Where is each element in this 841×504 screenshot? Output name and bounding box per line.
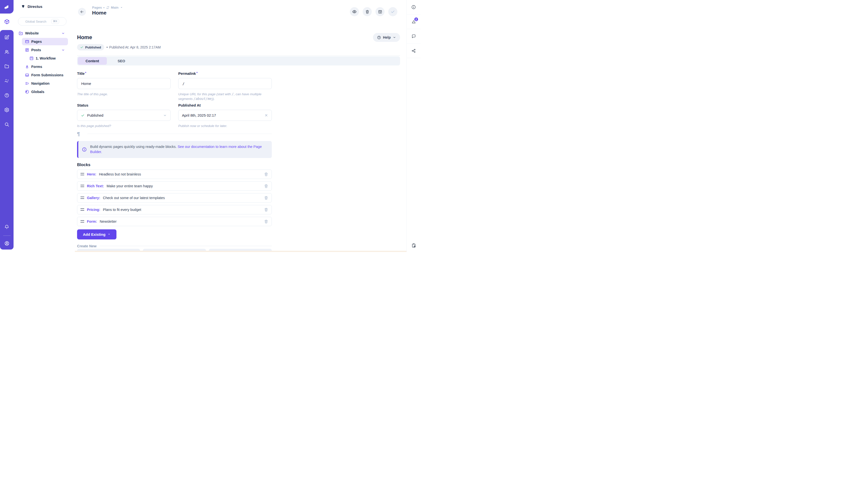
remove-block-button[interactable]	[264, 196, 268, 200]
meta-separator: •	[107, 45, 108, 49]
directus-app: Directus ⌘K Website Pages Posts	[0, 0, 420, 252]
bell-icon	[4, 224, 10, 229]
block-row-hero[interactable]: Hero: Headless but not brainless	[77, 169, 272, 179]
delete-button[interactable]	[363, 7, 372, 16]
module-file-library[interactable]	[0, 59, 14, 74]
letter-a-icon	[25, 65, 29, 69]
sidebar-item-navigation[interactable]: Navigation	[22, 80, 68, 87]
back-button[interactable]	[78, 8, 86, 16]
chevron-down-icon[interactable]	[61, 48, 65, 52]
sidebar-item-pages[interactable]: Pages	[22, 38, 68, 45]
drag-handle-icon[interactable]	[80, 197, 84, 199]
directus-logo[interactable]	[0, 0, 14, 14]
page-header: Pages • Main Home	[71, 0, 407, 24]
trash-icon	[264, 196, 268, 200]
live-preview-button[interactable]: 2	[407, 15, 421, 29]
breadcrumb-version[interactable]: Main	[111, 6, 119, 10]
status-select[interactable]: Published	[77, 110, 171, 121]
chevron-down-icon[interactable]	[61, 32, 65, 35]
field-note: Unique URL for this page (start with /, …	[178, 92, 272, 101]
preview-button[interactable]	[350, 7, 359, 16]
drag-handle-icon[interactable]	[80, 173, 84, 175]
published-at-input[interactable]: April 8th, 2025 02:17	[178, 110, 272, 121]
trash-icon	[264, 172, 268, 177]
title-input[interactable]	[77, 78, 171, 89]
help-button-label: Help	[383, 35, 391, 39]
folder-star-icon	[18, 31, 23, 36]
block-row-rich-text[interactable]: Rich Text: Make your entire team happy	[77, 181, 272, 191]
help-button[interactable]: Help	[373, 33, 400, 42]
revisions-button[interactable]	[407, 239, 421, 252]
remove-block-button[interactable]	[264, 219, 268, 224]
module-search[interactable]	[0, 117, 14, 132]
breadcrumb: Pages • Main Home	[92, 6, 123, 16]
block-row-form[interactable]: Form: Newsletter	[77, 217, 272, 226]
create-new-divider: Create New	[77, 244, 272, 248]
main-content: Pages • Main Home Home Help	[71, 0, 407, 252]
info-circle-icon	[82, 147, 87, 152]
question-circle-icon	[377, 35, 381, 40]
add-existing-button[interactable]: Add Existing	[77, 229, 117, 239]
published-meta-text: Published At: Apr 8, 2025 2:17AM	[109, 45, 161, 49]
module-content[interactable]	[0, 16, 14, 27]
check-icon	[80, 46, 84, 49]
block-row-gallery[interactable]: Gallery: Check out some of our latest te…	[77, 193, 272, 202]
notifications-button[interactable]	[0, 219, 14, 234]
tab-seo[interactable]: SEO	[107, 57, 136, 65]
field-label: Title*	[77, 71, 171, 75]
drag-handle-icon[interactable]	[80, 185, 84, 187]
article-icon	[25, 48, 29, 52]
sidebar-item-posts[interactable]: Posts	[22, 46, 68, 54]
module-user-directory[interactable]	[0, 44, 14, 59]
sidebar-item-label: Pages	[31, 40, 42, 43]
remove-block-button[interactable]	[264, 172, 268, 177]
sidebar-item-label: Globals	[31, 90, 44, 94]
module-content-editor[interactable]	[0, 30, 14, 44]
info-sidebar-button[interactable]	[407, 0, 421, 15]
status-select-value: Published	[87, 113, 103, 118]
caret-down-icon[interactable]	[120, 6, 123, 9]
tab-content[interactable]: Content	[78, 57, 107, 65]
sidebar-nav: Website Pages Posts 1. Workflow Forms	[14, 30, 71, 95]
divider	[77, 55, 400, 56]
sidebar-item-forms[interactable]: Forms	[22, 63, 68, 70]
pilcrow-icon: ¶	[77, 131, 80, 136]
drag-handle-icon[interactable]	[80, 220, 84, 222]
sidebar-item-form-submissions[interactable]: Form Submissions	[22, 71, 68, 79]
breadcrumb-row[interactable]: Pages • Main	[92, 6, 123, 10]
block-row-pricing[interactable]: Pricing: Plans to fit every budget	[77, 205, 272, 214]
sidebar: Directus ⌘K Website Pages Posts	[14, 0, 71, 252]
sidebar-item-globals[interactable]: Globals	[22, 88, 68, 95]
breadcrumb-separator: •	[103, 6, 105, 10]
drag-handle-icon[interactable]	[80, 209, 84, 211]
module-settings[interactable]	[0, 103, 14, 117]
archive-button[interactable]	[375, 7, 384, 16]
remove-block-button[interactable]	[264, 184, 268, 188]
project-fan-icon	[21, 4, 25, 8]
published-at-value: April 8th, 2025 02:17	[182, 113, 216, 118]
module-rail	[0, 0, 14, 252]
account-button[interactable]	[0, 237, 14, 250]
document-title: Home	[92, 10, 123, 16]
share-button[interactable]	[407, 43, 421, 58]
block-type: Gallery:	[87, 196, 100, 200]
field-published-at: Published At April 8th, 2025 02:17 Publi…	[178, 103, 272, 128]
version-sync-icon	[106, 6, 110, 10]
global-search[interactable]: ⌘K	[18, 17, 67, 25]
global-search-input[interactable]	[25, 20, 49, 23]
clear-icon[interactable]	[264, 113, 268, 117]
save-button[interactable]	[388, 7, 397, 16]
block-type: Form:	[87, 219, 97, 223]
sidebar-item-workflow[interactable]: 1. Workflow	[22, 55, 68, 62]
header-actions	[350, 7, 397, 16]
comments-button[interactable]	[407, 29, 421, 43]
right-rail: 2	[407, 0, 420, 252]
sidebar-item-website[interactable]: Website	[18, 30, 68, 37]
breadcrumb-collection[interactable]: Pages	[92, 6, 102, 10]
rabbit-logo-icon	[3, 3, 11, 11]
module-insights[interactable]	[0, 74, 14, 88]
permalink-input[interactable]	[178, 78, 272, 89]
module-help[interactable]	[0, 88, 14, 103]
project-switcher[interactable]: Directus	[14, 0, 71, 13]
remove-block-button[interactable]	[264, 208, 268, 212]
